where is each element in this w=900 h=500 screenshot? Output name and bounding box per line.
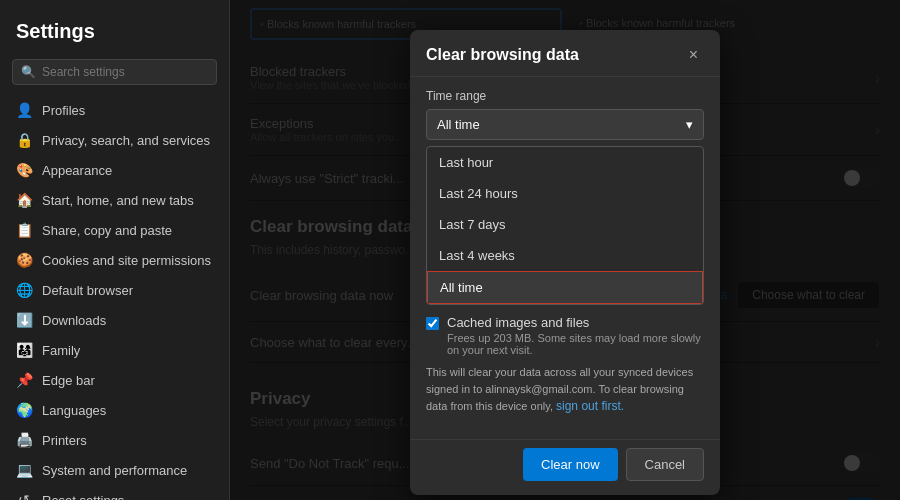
languages-icon: 🌍 (16, 402, 32, 418)
profiles-icon: 👤 (16, 102, 32, 118)
privacy-icon: 🔒 (16, 132, 32, 148)
modal-info-text: This will clear your data across all you… (426, 364, 704, 415)
modal-title: Clear browsing data (426, 46, 579, 64)
appearance-icon: 🎨 (16, 162, 32, 178)
modal-close-button[interactable]: × (683, 44, 704, 66)
modal-overlay: Clear browsing data × Time range All tim… (230, 0, 900, 500)
family-icon: 👨‍👩‍👧 (16, 342, 32, 358)
option-last-7[interactable]: Last 7 days (427, 209, 703, 240)
search-input[interactable] (42, 65, 208, 79)
time-range-dropdown[interactable]: All time ▾ (426, 109, 704, 140)
cached-images-checkbox[interactable] (426, 317, 439, 330)
option-last-24[interactable]: Last 24 hours (427, 178, 703, 209)
default-browser-icon: 🌐 (16, 282, 32, 298)
time-range-label: Time range (426, 89, 704, 103)
sidebar-item-printers[interactable]: 🖨️ Printers (0, 425, 229, 455)
sidebar-item-system[interactable]: 💻 System and performance (0, 455, 229, 485)
clear-browsing-modal: Clear browsing data × Time range All tim… (410, 30, 720, 495)
sidebar-item-languages[interactable]: 🌍 Languages (0, 395, 229, 425)
option-last-hour[interactable]: Last hour (427, 147, 703, 178)
start-home-icon: 🏠 (16, 192, 32, 208)
cached-images-checkbox-row: Cached images and files Frees up 203 MB.… (426, 315, 704, 356)
sidebar-item-privacy[interactable]: 🔒 Privacy, search, and services (0, 125, 229, 155)
edge-bar-icon: 📌 (16, 372, 32, 388)
printers-icon: 🖨️ (16, 432, 32, 448)
share-icon: 📋 (16, 222, 32, 238)
modal-body: Time range All time ▾ Last hour Last 24 … (410, 77, 720, 439)
sidebar-item-downloads[interactable]: ⬇️ Downloads (0, 305, 229, 335)
downloads-icon: ⬇️ (16, 312, 32, 328)
cookies-icon: 🍪 (16, 252, 32, 268)
search-box[interactable]: 🔍 (12, 59, 217, 85)
sidebar-item-cookies[interactable]: 🍪 Cookies and site permissions (0, 245, 229, 275)
sign-out-link[interactable]: sign out first. (556, 399, 624, 413)
search-icon: 🔍 (21, 65, 36, 79)
sidebar-item-family[interactable]: 👨‍👩‍👧 Family (0, 335, 229, 365)
sidebar-item-reset[interactable]: ↺ Reset settings (0, 485, 229, 500)
modal-actions: Clear now Cancel (410, 439, 720, 495)
modal-header: Clear browsing data × (410, 30, 720, 77)
main-content-area: Blocks known harmful trackers Blocks kno… (230, 0, 900, 500)
sidebar-item-default-browser[interactable]: 🌐 Default browser (0, 275, 229, 305)
clear-now-button[interactable]: Clear now (523, 448, 618, 481)
cancel-button[interactable]: Cancel (626, 448, 704, 481)
sidebar-item-appearance[interactable]: 🎨 Appearance (0, 155, 229, 185)
reset-icon: ↺ (16, 492, 32, 500)
sidebar: Settings 🔍 👤 Profiles 🔒 Privacy, search,… (0, 0, 230, 500)
sidebar-item-profiles[interactable]: 👤 Profiles (0, 95, 229, 125)
dropdown-list: Last hour Last 24 hours Last 7 days Last… (426, 146, 704, 305)
sidebar-title: Settings (0, 12, 229, 55)
dropdown-arrow-icon: ▾ (686, 117, 693, 132)
option-all-time[interactable]: All time (427, 271, 703, 304)
option-last-4[interactable]: Last 4 weeks (427, 240, 703, 271)
cached-images-label: Cached images and files (447, 315, 704, 330)
system-icon: 💻 (16, 462, 32, 478)
dropdown-selected-value: All time (437, 117, 480, 132)
cached-images-sub: Frees up 203 MB. Some sites may load mor… (447, 332, 704, 356)
sidebar-item-edge-bar[interactable]: 📌 Edge bar (0, 365, 229, 395)
sidebar-item-share[interactable]: 📋 Share, copy and paste (0, 215, 229, 245)
sidebar-item-start-home[interactable]: 🏠 Start, home, and new tabs (0, 185, 229, 215)
